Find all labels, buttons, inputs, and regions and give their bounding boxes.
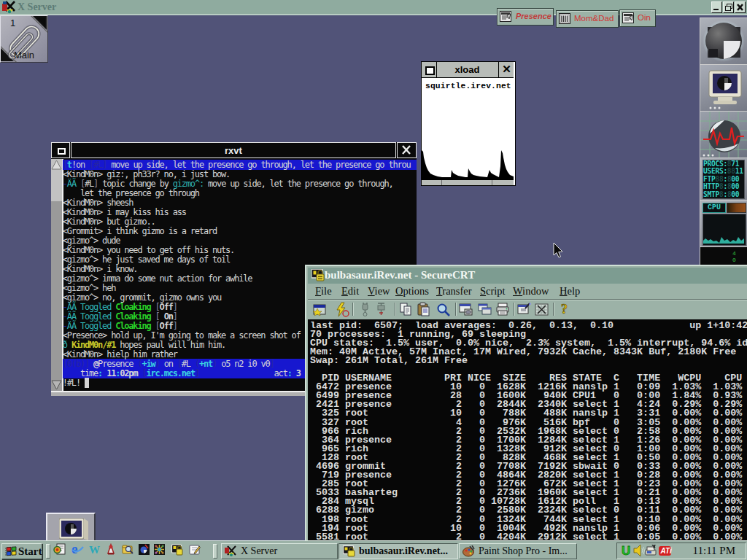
svg-text:W: W	[89, 544, 100, 556]
svg-text:U: U	[622, 545, 630, 557]
svg-text:1: 1	[10, 18, 15, 28]
svg-text:?: ?	[561, 302, 568, 316]
svg-text:Main: Main	[14, 50, 34, 61]
svg-text:ATi: ATi	[660, 547, 672, 555]
